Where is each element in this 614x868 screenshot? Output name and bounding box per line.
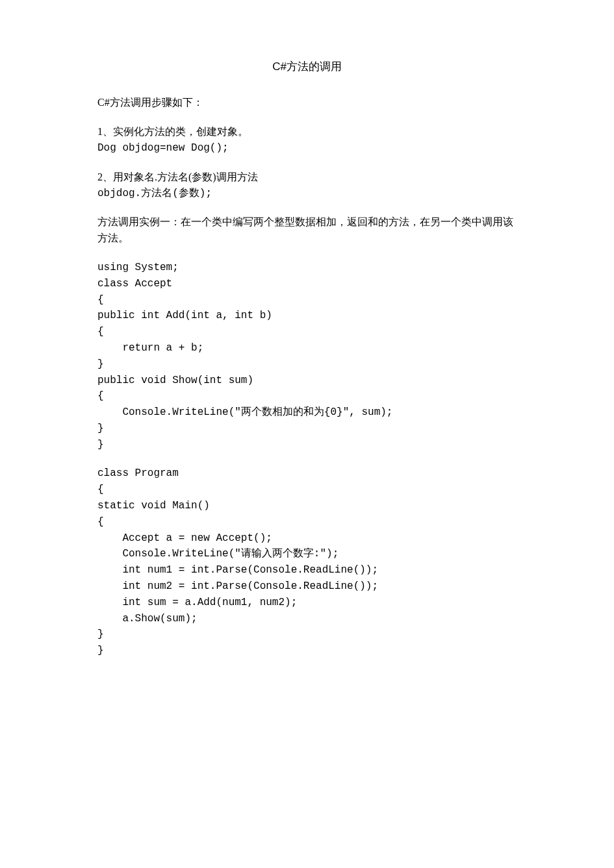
code-line: {	[97, 324, 517, 340]
code-line: {	[97, 514, 517, 530]
step1-code: Dog objdog=new Dog();	[97, 140, 517, 156]
code-block-1: using System; class Accept { public int …	[97, 260, 517, 453]
code-line: a.Show(sum);	[97, 611, 517, 627]
code-line: }	[97, 626, 517, 643]
code-line: Console.WriteLine("请输入两个数字:");	[97, 546, 517, 562]
code-line: }	[97, 356, 517, 373]
code-line: }	[97, 437, 517, 453]
code-line: public void Show(int sum)	[97, 373, 517, 389]
code-line: class Accept	[97, 276, 517, 292]
code-line: {	[97, 482, 517, 498]
code-line: int num2 = int.Parse(Console.ReadLine())…	[97, 578, 517, 595]
code-line: int num1 = int.Parse(Console.ReadLine())…	[97, 562, 517, 578]
intro-paragraph: C#方法调用步骤如下：	[97, 95, 517, 111]
code-block-2: class Program { static void Main() { Acc…	[97, 465, 517, 659]
example-intro: 方法调用实例一：在一个类中编写两个整型数据相加，返回和的方法，在另一个类中调用该…	[97, 214, 517, 247]
code-line: using System;	[97, 260, 517, 276]
code-line: class Program	[97, 465, 517, 482]
code-line: }	[97, 421, 517, 437]
code-line: {	[97, 292, 517, 308]
step1-text: 1、实例化方法的类，创建对象。	[97, 124, 517, 140]
code-line: return a + b;	[97, 340, 517, 356]
code-line: static void Main()	[97, 498, 517, 514]
code-line: {	[97, 388, 517, 404]
code-line: }	[97, 643, 517, 659]
step2-code: objdog.方法名(参数);	[97, 186, 517, 202]
document-title: C#方法的调用	[97, 58, 517, 75]
code-line: Accept a = new Accept();	[97, 530, 517, 547]
code-line: Console.WriteLine("两个数相加的和为{0}", sum);	[97, 404, 517, 421]
code-line: public int Add(int a, int b)	[97, 308, 517, 324]
code-line: int sum = a.Add(num1, num2);	[97, 595, 517, 611]
step2-text: 2、用对象名.方法名(参数)调用方法	[97, 169, 517, 186]
